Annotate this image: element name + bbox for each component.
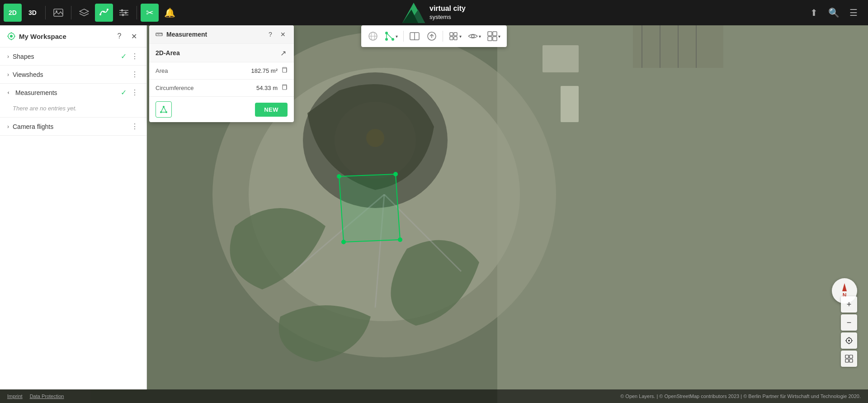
sidebar-title-text: My Workspace [19, 33, 66, 40]
ruler-icon [156, 31, 163, 38]
svg-rect-58 [488, 37, 492, 41]
svg-rect-71 [283, 68, 287, 72]
sidebar-title: My Workspace [7, 32, 66, 40]
sidebar-help-button[interactable]: ? [114, 31, 125, 42]
area-value-group: 182.75 m² [251, 67, 288, 75]
measurement-help-button[interactable]: ? [266, 30, 275, 39]
camera-flights-section-header[interactable]: › Camera flights ⋮ [0, 118, 146, 135]
data-protection-link[interactable]: Data Protection [30, 394, 64, 399]
measurements-check: ✓ [121, 88, 127, 97]
camera-flights-label: Camera flights [13, 123, 53, 130]
viewsheds-menu-button[interactable]: ⋮ [130, 70, 139, 79]
svg-rect-72 [283, 85, 287, 90]
area-key: Area [156, 67, 168, 74]
2d-button[interactable]: 2D [4, 4, 22, 22]
camera-flights-menu-button[interactable]: ⋮ [130, 122, 139, 131]
measurement-type-row: 2D-Area ↗ [149, 44, 294, 62]
svg-rect-53 [450, 37, 453, 40]
measurement-tool-dropdown[interactable]: ▾ [382, 29, 401, 43]
search-button[interactable]: 🔍 [825, 4, 843, 22]
svg-rect-87 [845, 359, 849, 362]
shapes-menu-button[interactable]: ⋮ [130, 52, 139, 61]
3d-button[interactable]: 3D [24, 4, 42, 22]
measurement-shape-button[interactable] [156, 101, 172, 118]
poi-dropdown[interactable]: ▾ [446, 29, 464, 43]
measurement-expand-button[interactable]: ↗ [278, 48, 288, 57]
top-toolbar: 2D 3D [0, 0, 868, 25]
status-bar: Imprint Data Protection © Open Layers. |… [0, 389, 868, 403]
sidebar-close-button[interactable]: ✕ [128, 31, 139, 42]
svg-rect-51 [450, 33, 453, 36]
shapes-section-header[interactable]: › Shapes ✓ ⋮ [0, 47, 146, 65]
menu-button[interactable]: ☰ [844, 4, 863, 22]
overview-button[interactable] [841, 351, 857, 367]
svg-point-23 [398, 237, 402, 242]
map-controls: + − [841, 296, 857, 367]
measurement-panel-header-icons: ? ✕ [266, 30, 288, 39]
image-tool-button[interactable] [49, 4, 67, 22]
measurement-close-button[interactable]: ✕ [278, 30, 288, 39]
workspace-icon [7, 32, 15, 40]
measurements-label: Measurements [15, 89, 57, 96]
circumference-copy-button[interactable] [281, 84, 288, 92]
notification-button[interactable]: 🔔 [160, 4, 179, 22]
viewsheds-section-header[interactable]: › Viewsheds ⋮ [0, 66, 146, 83]
zoom-in-button[interactable]: + [841, 296, 857, 313]
logo-text: virtual city systems [429, 4, 466, 21]
viewsheds-chevron: › [7, 71, 9, 78]
measurement-panel-title: Measurement [156, 31, 207, 38]
new-measurement-button[interactable]: NEW [255, 103, 288, 117]
locate-button[interactable] [841, 332, 857, 349]
share-button[interactable]: ⬆ [805, 4, 823, 22]
toolbar-left-group: 2D 3D [0, 4, 182, 22]
svg-rect-59 [493, 37, 497, 41]
svg-point-22 [393, 172, 398, 176]
svg-rect-57 [493, 32, 497, 36]
globe-tool-button[interactable] [365, 28, 381, 44]
measurement-panel-header: Measurement ? ✕ [149, 25, 294, 44]
camera-flights-section-left: › Camera flights [7, 123, 53, 130]
map-toolbar: ▾ ▾ ▾ [361, 25, 507, 47]
measurement-type-label: 2D-Area [156, 49, 180, 57]
svg-rect-85 [845, 355, 849, 358]
measurement-panel: Measurement ? ✕ 2D-Area ↗ Area 182.75 m²… [149, 25, 294, 122]
imprint-link[interactable]: Imprint [7, 394, 23, 399]
measurement-panel-title-text: Measurement [166, 31, 207, 38]
shapes-section-right: ✓ ⋮ [121, 52, 139, 61]
svg-point-61 [10, 35, 13, 38]
circumference-value-group: 54.33 m [256, 84, 288, 92]
polygon-button[interactable] [95, 4, 113, 22]
svg-point-34 [125, 12, 127, 14]
measurements-empty-text: There are no entries yet. [0, 101, 146, 117]
svg-point-27 [99, 14, 101, 15]
camera-flights-section-right: ⋮ [130, 122, 139, 131]
split-screen-button[interactable] [406, 28, 423, 44]
sliders-button[interactable] [115, 4, 133, 22]
circumference-row: Circumference 54.33 m [149, 80, 294, 97]
circumference-value: 54.33 m [256, 85, 278, 91]
measurements-menu-button[interactable]: ⋮ [130, 88, 139, 97]
svg-rect-86 [849, 355, 853, 358]
import-button[interactable] [424, 28, 440, 44]
measurements-section-right: ✓ ⋮ [121, 88, 139, 97]
svg-point-29 [107, 9, 108, 10]
compass-needle [842, 283, 847, 291]
zoom-out-button[interactable]: − [841, 314, 857, 331]
viewsheds-label: Viewsheds [13, 71, 43, 78]
area-value: 182.75 m² [251, 67, 278, 74]
svg-rect-54 [454, 37, 457, 40]
grid-dropdown[interactable]: ▾ [485, 29, 503, 43]
shapes-label: Shapes [13, 53, 34, 60]
svg-point-28 [103, 11, 105, 13]
logo: virtual city systems [402, 3, 466, 23]
view-dropdown[interactable]: ▾ [465, 30, 484, 42]
layers-button[interactable] [75, 4, 93, 22]
tools-button[interactable]: ✂ [141, 4, 159, 22]
toolbar-right-group: ⬆ 🔍 ☰ [799, 4, 868, 22]
viewsheds-section-right: ⋮ [130, 70, 139, 79]
shapes-check: ✓ [121, 52, 127, 61]
area-copy-button[interactable] [281, 67, 288, 75]
sidebar-section-viewsheds: › Viewsheds ⋮ [0, 66, 146, 84]
measurements-section-header[interactable]: ⌄ Measurements ✓ ⋮ [0, 84, 146, 101]
sidebar-header: My Workspace ? ✕ [0, 25, 146, 47]
